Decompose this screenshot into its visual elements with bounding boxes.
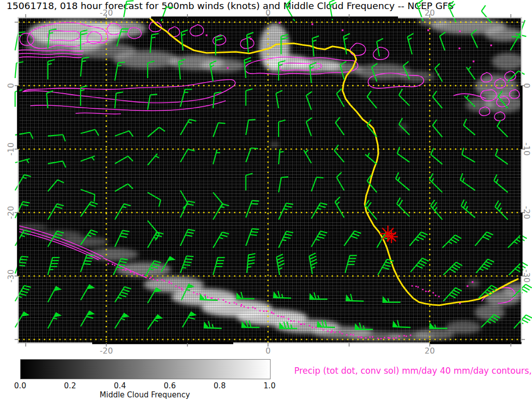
axis-label-left: -30 (6, 269, 16, 283)
axis-label-right: 0 (522, 83, 531, 88)
colorbar-tick-label: 1.0 (263, 381, 276, 390)
precip-legend-text: Precip (tot dot, conv sol) mm/day 40 mm/… (294, 366, 531, 376)
precip-dots (108, 22, 492, 339)
axis-label-left: 0 (6, 83, 16, 88)
axis-label-top: 0 (265, 8, 271, 18)
axis-label-right: -10 (522, 143, 531, 156)
map-frame (18, 18, 521, 343)
axis-label-top: 20 (425, 8, 435, 18)
axis-label-top: -20 (100, 8, 113, 18)
colorbar-tick-label: 0.0 (14, 381, 26, 390)
axis-label-bottom: -20 (100, 346, 113, 356)
colorbar-tick-label: 0.6 (164, 381, 176, 390)
forecast-chart-page: 15061718, 018 hour forecast for 500mb wi… (0, 0, 532, 411)
colorbar-tick-label: 0.8 (214, 381, 226, 390)
colorbar-caption: Middle Cloud Frequency (100, 390, 190, 399)
site-marker-star (380, 226, 398, 243)
axis-label-right: -30 (522, 269, 531, 283)
wind-barbs-layer (15, 0, 532, 329)
axis-label-left: -20 (6, 206, 16, 219)
axis-label-bottom: 20 (425, 346, 435, 356)
axis-ticks (15, 14, 525, 347)
colorbar-tick-label: 0.4 (114, 381, 126, 390)
axis-label-right: -20 (522, 206, 531, 219)
axis-label-left: -10 (6, 143, 16, 156)
colorbar-tick-label: 0.2 (64, 381, 76, 390)
latlon-gridlines (18, 18, 521, 343)
precip-contours (18, 22, 519, 303)
axis-label-bottom: 0 (265, 346, 271, 356)
coastline-africa (150, 18, 518, 305)
cloud-frequency-colorbar (20, 359, 271, 379)
